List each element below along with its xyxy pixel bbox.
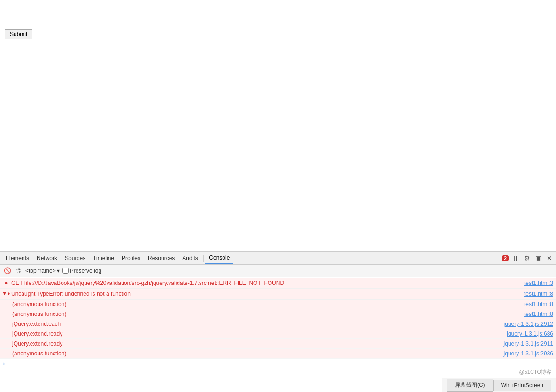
error-icon-1: ●	[3, 280, 9, 285]
close-devtools-button[interactable]: ✕	[545, 254, 554, 263]
tab-sources[interactable]: Sources	[61, 253, 89, 263]
console-entry-get-error: ● GET file:///D:/JavaBooks/js/jquery%20v…	[0, 278, 556, 289]
stack-link-4[interactable]: jquery-1.3.1.js:2911	[504, 339, 553, 348]
stack-link-1[interactable]: test1.html:8	[524, 310, 553, 318]
console-prompt-icon: ›	[3, 360, 5, 367]
console-prompt-row: ›	[0, 359, 556, 368]
stack-link-2[interactable]: jquery-1.3.1.js:2912	[504, 320, 553, 328]
form-input-1[interactable]	[5, 4, 77, 14]
typeerror-text: Uncaught TypeError: undefined is not a f…	[11, 291, 131, 297]
clear-console-button[interactable]: 🚫	[3, 266, 12, 275]
submit-button[interactable]: Submit	[5, 29, 32, 39]
stop-recording-button[interactable]: ⏸	[511, 254, 520, 263]
stack-text-3: jQuery.extend.ready	[12, 330, 62, 338]
tab-console[interactable]: Console	[205, 253, 233, 264]
watermark: @51CTO博客	[519, 369, 551, 376]
main-content: Submit	[0, 0, 556, 251]
settings-button[interactable]: ⚙	[522, 254, 532, 263]
typeerror-link[interactable]: test1.html:8	[524, 290, 553, 298]
frame-selector[interactable]: <top frame> ▾	[25, 268, 60, 274]
tab-profiles[interactable]: Profiles	[118, 253, 144, 263]
console-entry-1-content: GET file:///D:/JavaBooks/js/jquery%20val…	[11, 279, 553, 287]
tab-network[interactable]: Network	[33, 253, 61, 263]
dock-button[interactable]: ▣	[533, 254, 543, 263]
form-input-2[interactable]	[5, 16, 77, 26]
shortcut-button[interactable]: Win+PrintScreen	[493, 380, 551, 391]
get-error-text: GET file:///D:/JavaBooks/js/jquery%20val…	[11, 280, 284, 286]
stack-link-0[interactable]: test1.html:8	[524, 300, 553, 308]
console-entry-typeerror: ▼● Uncaught TypeError: undefined is not …	[0, 289, 556, 300]
devtools-tabs-bar: Elements Network Sources Timeline Profil…	[0, 252, 556, 265]
filter-button[interactable]: ⚗	[15, 266, 23, 275]
stack-text-1: (anonymous function)	[12, 310, 66, 318]
tab-elements[interactable]: Elements	[2, 253, 33, 263]
tab-separator: |	[203, 254, 205, 262]
error-icon-2: ▼●	[3, 291, 9, 296]
preserve-log-label[interactable]: Preserve log	[62, 268, 101, 274]
frame-label: <top frame>	[25, 268, 56, 274]
preserve-log-text: Preserve log	[70, 268, 101, 274]
screenshot-button[interactable]: 屏幕截图(C)	[447, 379, 493, 392]
devtools-icons-group: 2 ⏸ ⚙ ▣ ✕	[502, 254, 554, 263]
stack-text-2: jQuery.extend.each	[12, 320, 61, 328]
tab-timeline[interactable]: Timeline	[89, 253, 118, 263]
stack-link-3[interactable]: jquery-1.3.1.js:686	[507, 330, 553, 338]
stack-link-5[interactable]: jquery-1.3.1.js:2936	[504, 349, 553, 358]
console-toolbar: 🚫 ⚗ <top frame> ▾ Preserve log	[0, 265, 556, 277]
bottom-bar: 屏幕截图(C) Win+PrintScreen	[442, 378, 556, 392]
error-count-badge: 2	[502, 255, 509, 261]
stack-entry-2: jQuery.extend.each jquery-1.3.1.js:2912	[0, 319, 556, 329]
stack-entry-1: (anonymous function) test1.html:8	[0, 309, 556, 319]
stack-entry-5: (anonymous function) jquery-1.3.1.js:293…	[0, 349, 556, 359]
stack-text-5: (anonymous function)	[12, 349, 66, 358]
stack-entry-3: jQuery.extend.ready jquery-1.3.1.js:686	[0, 329, 556, 339]
console-entry-2-content: Uncaught TypeError: undefined is not a f…	[11, 290, 553, 298]
stack-entry-4: jQuery.extend.ready jquery-1.3.1.js:2911	[0, 339, 556, 349]
preserve-log-checkbox[interactable]	[62, 268, 69, 274]
stack-text-0: (anonymous function)	[12, 300, 66, 308]
devtools-panel: Elements Network Sources Timeline Profil…	[0, 251, 556, 392]
frame-dropdown-icon: ▾	[57, 268, 60, 274]
get-error-link[interactable]: test1.html:3	[524, 279, 553, 287]
tab-audits[interactable]: Audits	[178, 253, 201, 263]
stack-text-4: jQuery.extend.ready	[12, 339, 62, 348]
stack-entry-0: (anonymous function) test1.html:8	[0, 300, 556, 309]
console-output: ● GET file:///D:/JavaBooks/js/jquery%20v…	[0, 277, 556, 392]
tab-resources[interactable]: Resources	[144, 253, 178, 263]
